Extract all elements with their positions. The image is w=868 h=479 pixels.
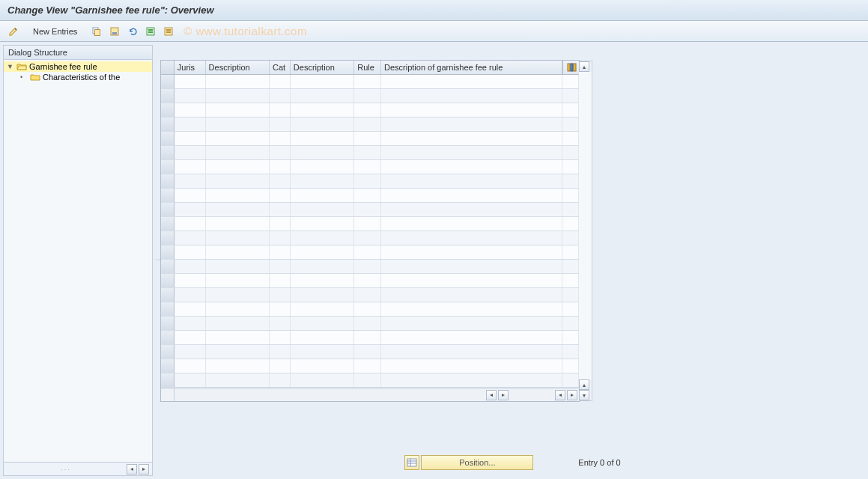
cell-description[interactable]: [291, 331, 354, 344]
vertical-scrollbar[interactable]: ▴ ▴ ▾: [579, 61, 592, 401]
cell-description[interactable]: [291, 260, 354, 273]
cell-juris[interactable]: [174, 174, 206, 188]
cell-description[interactable]: [206, 302, 270, 316]
row-selector[interactable]: [161, 89, 174, 103]
row-selector[interactable]: [161, 288, 174, 302]
cell-juris[interactable]: [174, 288, 206, 302]
table-row[interactable]: [161, 373, 579, 388]
row-selector[interactable]: [161, 260, 174, 273]
cell-description[interactable]: [206, 118, 270, 131]
cell-description[interactable]: [381, 274, 562, 287]
table-row[interactable]: [161, 260, 579, 274]
cell-rule[interactable]: [354, 302, 381, 316]
row-selector[interactable]: [161, 245, 174, 259]
cell-juris[interactable]: [174, 260, 206, 273]
column-header-juris[interactable]: Juris: [174, 61, 206, 74]
row-selector[interactable]: [161, 274, 174, 287]
cell-cat[interactable]: [270, 103, 291, 117]
cell-rule[interactable]: [354, 103, 381, 117]
cell-rule[interactable]: [354, 160, 381, 174]
cell-description[interactable]: [291, 146, 354, 159]
cell-juris[interactable]: [174, 89, 206, 103]
cell-cat[interactable]: [270, 89, 291, 103]
cell-description[interactable]: [381, 317, 562, 330]
scroll-down-icon[interactable]: ▾: [579, 390, 589, 400]
cell-description[interactable]: [206, 288, 270, 302]
cell-description[interactable]: [381, 373, 562, 387]
cell-rule[interactable]: [354, 260, 381, 273]
cell-juris[interactable]: [174, 302, 206, 316]
table-row[interactable]: [161, 174, 579, 189]
scroll-left-icon[interactable]: ◂: [555, 390, 565, 400]
cell-description[interactable]: [381, 75, 562, 88]
cell-juris[interactable]: [174, 345, 206, 359]
cell-rule[interactable]: [354, 373, 381, 387]
cell-cat[interactable]: [270, 331, 291, 344]
column-header-description-1[interactable]: Description: [206, 61, 270, 74]
table-row[interactable]: [161, 146, 579, 160]
collapse-icon[interactable]: ▼: [7, 63, 14, 70]
table-row[interactable]: [161, 302, 579, 317]
cell-juris[interactable]: [174, 203, 206, 216]
new-entries-button[interactable]: New Entries: [27, 25, 83, 37]
cell-cat[interactable]: [270, 274, 291, 287]
cell-juris[interactable]: [174, 189, 206, 202]
cell-rule[interactable]: [354, 345, 381, 359]
cell-description[interactable]: [206, 245, 270, 259]
row-selector[interactable]: [161, 217, 174, 231]
cell-description[interactable]: [291, 274, 354, 287]
cell-cat[interactable]: [270, 345, 291, 359]
cell-juris[interactable]: [174, 359, 206, 373]
cell-juris[interactable]: [174, 132, 206, 145]
cell-description[interactable]: [291, 174, 354, 188]
cell-description[interactable]: [291, 89, 354, 103]
save-variant-icon[interactable]: [107, 24, 122, 39]
cell-juris[interactable]: [174, 118, 206, 131]
grip-icon[interactable]: ∙∙∙: [7, 466, 125, 473]
cell-description[interactable]: [381, 331, 562, 344]
cell-description[interactable]: [206, 331, 270, 344]
cell-cat[interactable]: [270, 118, 291, 131]
cell-juris[interactable]: [174, 245, 206, 259]
cell-description[interactable]: [291, 132, 354, 145]
cell-description[interactable]: [381, 160, 562, 174]
row-selector[interactable]: [161, 146, 174, 159]
cell-rule[interactable]: [354, 174, 381, 188]
cell-rule[interactable]: [354, 288, 381, 302]
column-header-rule[interactable]: Rule: [354, 61, 381, 74]
cell-rule[interactable]: [354, 118, 381, 131]
scroll-right-icon[interactable]: ▸: [567, 390, 577, 400]
cell-cat[interactable]: [270, 132, 291, 145]
table-row[interactable]: [161, 274, 579, 288]
cell-description[interactable]: [291, 75, 354, 88]
cell-description[interactable]: [381, 132, 562, 145]
scroll-up-icon[interactable]: ▴: [579, 379, 589, 390]
copy-icon[interactable]: [89, 24, 104, 39]
position-icon-button[interactable]: [404, 455, 419, 470]
cell-rule[interactable]: [354, 89, 381, 103]
row-selector[interactable]: [161, 118, 174, 131]
cell-cat[interactable]: [270, 245, 291, 259]
cell-description[interactable]: [291, 359, 354, 373]
cell-description[interactable]: [291, 345, 354, 359]
table-row[interactable]: [161, 75, 579, 89]
table-row[interactable]: [161, 118, 579, 132]
cell-juris[interactable]: [174, 274, 206, 287]
row-selector[interactable]: [161, 160, 174, 174]
cell-description[interactable]: [381, 345, 562, 359]
cell-cat[interactable]: [270, 189, 291, 202]
cell-description[interactable]: [206, 189, 270, 202]
table-row[interactable]: [161, 203, 579, 217]
cell-rule[interactable]: [354, 217, 381, 231]
cell-description[interactable]: [381, 288, 562, 302]
tree-item-characteristics[interactable]: • Characteristics of the: [4, 72, 152, 82]
cell-description[interactable]: [206, 345, 270, 359]
table-row[interactable]: [161, 189, 579, 203]
cell-description[interactable]: [291, 317, 354, 330]
cell-description[interactable]: [291, 245, 354, 259]
cell-rule[interactable]: [354, 274, 381, 287]
cell-description[interactable]: [206, 260, 270, 273]
cell-description[interactable]: [206, 203, 270, 216]
cell-description[interactable]: [206, 75, 270, 88]
table-row[interactable]: [161, 345, 579, 359]
